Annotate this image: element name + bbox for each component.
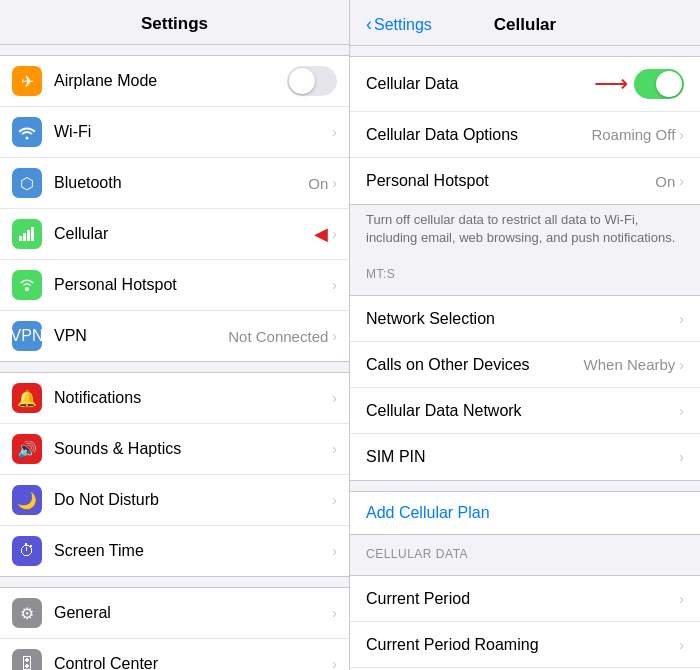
row-sim-pin[interactable]: SIM PIN › <box>350 434 700 480</box>
cellular-icon <box>12 219 42 249</box>
section-system: 🔔 Notifications › 🔊 Sounds & Haptics › 🌙… <box>0 372 349 577</box>
right-panel-header: ‹ Settings Cellular <box>350 0 700 46</box>
vpn-chevron: › <box>332 328 337 344</box>
row-dnd[interactable]: 🌙 Do Not Disturb › <box>0 475 349 526</box>
row-network-selection[interactable]: Network Selection › <box>350 296 700 342</box>
back-button[interactable]: ‹ Settings <box>366 14 432 35</box>
cellular-chevron: › <box>332 226 337 242</box>
mts-section: Network Selection › Calls on Other Devic… <box>350 295 700 481</box>
svg-point-4 <box>25 287 29 291</box>
notifications-chevron: › <box>332 390 337 406</box>
section-connectivity: ✈ Airplane Mode Wi-Fi › <box>0 55 349 362</box>
current-period-roaming-label: Current Period Roaming <box>366 636 679 654</box>
cellular-right-panel: ‹ Settings Cellular Cellular Data ⟶ Cell… <box>350 0 700 670</box>
row-wifi[interactable]: Wi-Fi › <box>0 107 349 158</box>
cellular-red-arrow-left: ◀ <box>314 223 328 245</box>
sim-pin-label: SIM PIN <box>366 448 679 466</box>
cellular-usage-section: Current Period › Current Period Roaming … <box>350 575 700 670</box>
row-personal-hotspot[interactable]: Personal Hotspot › <box>0 260 349 311</box>
current-period-chevron: › <box>679 591 684 607</box>
airplane-toggle-knob <box>289 68 315 94</box>
cellular-usage-group: CELLULAR DATA Current Period › Current P… <box>350 541 700 670</box>
row-bluetooth[interactable]: ⬡ Bluetooth On › <box>0 158 349 209</box>
row-current-period-roaming[interactable]: Current Period Roaming › <box>350 622 700 668</box>
cellular-data-options-value: Roaming Off <box>591 126 675 143</box>
row-cellular-data-network[interactable]: Cellular Data Network › <box>350 388 700 434</box>
right-hotspot-value: On <box>655 173 675 190</box>
section-preferences: ⚙ General › 🎛 Control Center › ☀ Display… <box>0 587 349 670</box>
calls-other-value: When Nearby <box>584 356 676 373</box>
row-cellular-data[interactable]: Cellular Data ⟶ <box>350 57 700 112</box>
cellular-data-network-chevron: › <box>679 403 684 419</box>
svg-rect-2 <box>27 230 30 241</box>
cellular-label: Cellular <box>54 225 314 243</box>
hotspot-label: Personal Hotspot <box>54 276 332 294</box>
hotspot-chevron: › <box>332 277 337 293</box>
cellular-top-section: Cellular Data ⟶ Cellular Data Options Ro… <box>350 56 700 205</box>
row-right-personal-hotspot[interactable]: Personal Hotspot On › <box>350 158 700 204</box>
row-screen-time[interactable]: ⏱ Screen Time › <box>0 526 349 576</box>
general-chevron: › <box>332 605 337 621</box>
back-chevron-icon: ‹ <box>366 14 372 35</box>
control-center-chevron: › <box>332 656 337 670</box>
row-current-period[interactable]: Current Period › <box>350 576 700 622</box>
row-calls-other-devices[interactable]: Calls on Other Devices When Nearby › <box>350 342 700 388</box>
cellular-description: Turn off cellular data to restrict all d… <box>350 205 700 255</box>
control-center-label: Control Center <box>54 655 332 670</box>
mts-group: MT:S Network Selection › Calls on Other … <box>350 261 700 481</box>
general-label: General <box>54 604 332 622</box>
network-selection-label: Network Selection <box>366 310 679 328</box>
row-control-center[interactable]: 🎛 Control Center › <box>0 639 349 670</box>
calls-other-chevron: › <box>679 357 684 373</box>
network-selection-chevron: › <box>679 311 684 327</box>
row-cellular-data-options[interactable]: Cellular Data Options Roaming Off › <box>350 112 700 158</box>
vpn-icon: VPN <box>12 321 42 351</box>
row-cellular[interactable]: Cellular ◀ › <box>0 209 349 260</box>
dnd-icon: 🌙 <box>12 485 42 515</box>
add-cellular-plan-label: Add Cellular Plan <box>366 504 490 521</box>
notifications-label: Notifications <box>54 389 332 407</box>
cellular-settings-content: Cellular Data ⟶ Cellular Data Options Ro… <box>350 46 700 670</box>
settings-list: ✈ Airplane Mode Wi-Fi › <box>0 45 349 670</box>
general-icon: ⚙ <box>12 598 42 628</box>
screen-time-label: Screen Time <box>54 542 332 560</box>
cellular-data-toggle[interactable] <box>634 69 684 99</box>
current-period-label: Current Period <box>366 590 679 608</box>
row-vpn[interactable]: VPN VPN Not Connected › <box>0 311 349 361</box>
bluetooth-value: On <box>308 175 328 192</box>
sounds-chevron: › <box>332 441 337 457</box>
cellular-data-toggle-knob <box>656 71 682 97</box>
sounds-label: Sounds & Haptics <box>54 440 332 458</box>
row-airplane-mode[interactable]: ✈ Airplane Mode <box>0 56 349 107</box>
wifi-label: Wi-Fi <box>54 123 332 141</box>
control-center-icon: 🎛 <box>12 649 42 670</box>
svg-rect-3 <box>31 227 34 241</box>
settings-left-panel: Settings ✈ Airplane Mode <box>0 0 350 670</box>
sounds-icon: 🔊 <box>12 434 42 464</box>
bluetooth-chevron: › <box>332 175 337 191</box>
screen-time-icon: ⏱ <box>12 536 42 566</box>
mts-label: MT:S <box>350 261 700 285</box>
svg-rect-0 <box>19 236 22 241</box>
airplane-icon: ✈ <box>12 66 42 96</box>
cellular-data-options-label: Cellular Data Options <box>366 126 591 144</box>
cellular-data-label: Cellular Data <box>366 75 594 93</box>
row-general[interactable]: ⚙ General › <box>0 588 349 639</box>
row-notifications[interactable]: 🔔 Notifications › <box>0 373 349 424</box>
sim-pin-chevron: › <box>679 449 684 465</box>
back-label: Settings <box>374 16 432 34</box>
row-sounds[interactable]: 🔊 Sounds & Haptics › <box>0 424 349 475</box>
bluetooth-icon: ⬡ <box>12 168 42 198</box>
hotspot-icon <box>12 270 42 300</box>
right-hotspot-chevron: › <box>679 173 684 189</box>
wifi-icon <box>12 117 42 147</box>
airplane-toggle[interactable] <box>287 66 337 96</box>
vpn-label: VPN <box>54 327 228 345</box>
current-period-roaming-chevron: › <box>679 637 684 653</box>
wifi-chevron: › <box>332 124 337 140</box>
add-cellular-plan-row[interactable]: Add Cellular Plan <box>350 491 700 535</box>
cellular-data-section-label: CELLULAR DATA <box>350 541 700 565</box>
calls-other-label: Calls on Other Devices <box>366 356 584 374</box>
notifications-icon: 🔔 <box>12 383 42 413</box>
screen-time-chevron: › <box>332 543 337 559</box>
